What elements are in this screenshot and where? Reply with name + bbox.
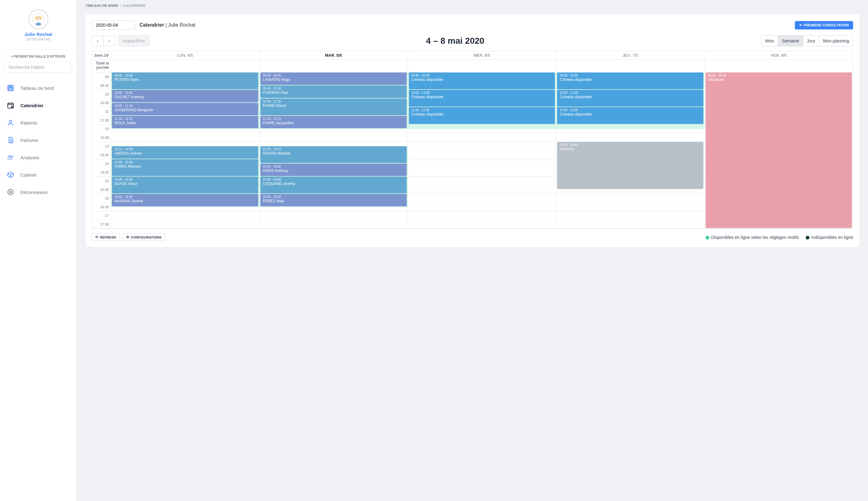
- waiting-room-button[interactable]: + PATIENT EN SALLE D'ATTENTE: [0, 54, 76, 58]
- event-title: GACHET Anthony: [114, 95, 256, 100]
- calendar-event[interactable]: 00:00 - 00:00Vacances: [706, 73, 852, 228]
- calendar-event[interactable]: 15:00 - 16:00SAADE Victor: [112, 177, 258, 193]
- view-semaine[interactable]: Semaine: [778, 36, 803, 46]
- breadcrumb-dashboard[interactable]: TABLEAU DE BORD: [86, 4, 118, 8]
- nav-label: Calendrier: [20, 103, 43, 108]
- today-button[interactable]: Aujourd'hui: [118, 36, 149, 46]
- allday-cell[interactable]: [556, 60, 704, 72]
- day-header[interactable]: MAR. 5/5: [259, 51, 407, 60]
- time-label: 10: [92, 90, 111, 98]
- event-time: 14:00 - 15:00: [114, 160, 256, 164]
- time-label: 14:30: [92, 168, 111, 177]
- day-column[interactable]: 09:00 - 09:45LANVERS Hugo09:45 - 10:30PO…: [259, 73, 407, 229]
- day-column[interactable]: 09:00 - 10:00Créneau disponible10:00 - 1…: [556, 73, 704, 229]
- calendar-event[interactable]: 09:00 - 10:00Créneau disponible: [409, 73, 555, 89]
- calendar-event[interactable]: 10:00 - 11:00Créneau disponible: [557, 90, 703, 107]
- nav-item-logout[interactable]: Déconnexion: [0, 183, 76, 201]
- time-label: 16: [92, 194, 111, 203]
- refresh-button[interactable]: ⟳ REFRESH: [92, 233, 120, 241]
- breadcrumb-current: CALENDRIER: [123, 4, 145, 8]
- prev-button[interactable]: ‹: [92, 36, 104, 46]
- view-mois[interactable]: Mois: [761, 36, 778, 46]
- calendar-event[interactable]: 10:00 - 11:00Créneau disponible: [409, 90, 555, 107]
- first-consultation-button[interactable]: ✕ PREMIÈRE CONSULTATION: [795, 21, 853, 30]
- avatar[interactable]: [29, 9, 49, 29]
- event-title: Créneau disponible: [411, 95, 553, 100]
- legend-online: Disponibles en ligne selon les réglages …: [706, 235, 799, 240]
- refresh-icon: ⟳: [95, 235, 98, 239]
- view-jour[interactable]: Jour: [803, 36, 819, 46]
- calendar-event[interactable]: 16:00 - 16:45MARSAN Justine: [112, 194, 258, 206]
- time-label: 11:30: [92, 116, 111, 125]
- search-input[interactable]: [5, 62, 72, 73]
- day-header[interactable]: VEN. 8/5: [704, 51, 853, 60]
- calendar-event[interactable]: 14:15 - 15:00GROS Anthony: [261, 163, 407, 176]
- dashboard-icon: [6, 84, 15, 92]
- nav-item-box[interactable]: Cabinet: [0, 166, 76, 183]
- calendar-event[interactable]: 14:00 - 15:00FAWAZ Marwan: [112, 159, 258, 176]
- day-header[interactable]: LUN. 4/5: [111, 51, 259, 60]
- calendar-event[interactable]: 09:45 - 10:30POIDRAS Paul: [261, 86, 407, 98]
- calendar-event[interactable]: 11:30 - 12:15FAVRE Jacqueline: [261, 116, 407, 128]
- calendar-event[interactable]: 13:15 - 14:15HOURS Melanie: [261, 146, 407, 163]
- event-time: 13:00 - 15:45: [560, 143, 701, 147]
- allday-cell[interactable]: [259, 60, 407, 72]
- time-label: 16:30: [92, 203, 111, 211]
- event-time: 15:00 - 16:00: [263, 178, 404, 182]
- event-time: 11:30 - 12:15: [114, 117, 256, 121]
- configurations-button[interactable]: ⚙ CONFIGURATIONS: [123, 233, 165, 241]
- event-title: POIDRAS Paul: [263, 90, 404, 95]
- calendar-event[interactable]: 10:00 - 10:45GACHET Anthony: [112, 90, 258, 102]
- nav-item-dashboard[interactable]: Tableau de bord: [0, 79, 76, 97]
- allday-cell[interactable]: [704, 60, 853, 72]
- gear-icon: ⚙: [126, 235, 129, 239]
- close-icon: ✕: [799, 23, 802, 27]
- content-card: Calendrier | Julie Rochat ✕ PREMIÈRE CON…: [86, 14, 859, 247]
- calendar-icon: [6, 101, 15, 110]
- calendar-event[interactable]: 10:30 - 11:30FAVRE Simon: [261, 98, 407, 115]
- calendar-event[interactable]: 09:00 - 10:00PETERS Nans: [112, 73, 258, 89]
- event-title: GROS Anthony: [263, 169, 404, 173]
- calendar-event[interactable]: 11:00 - 12:00Créneau disponible: [557, 107, 703, 124]
- event-time: 10:00 - 11:00: [411, 91, 553, 95]
- event-title: COQUAND Jeremy: [263, 182, 404, 186]
- event-time: 09:00 - 09:45: [263, 73, 404, 77]
- allday-cell[interactable]: [407, 60, 556, 72]
- calendar-event[interactable]: 16:00 - 16:45PEREZ Malo: [261, 194, 407, 206]
- view-mon-planning[interactable]: Mon planning: [819, 36, 853, 46]
- time-gutter: 0909:301010:301111:301212:301313:301414:…: [92, 73, 111, 229]
- calendar-event[interactable]: 11:00 - 12:00Créneau disponible: [409, 107, 555, 124]
- time-label: 14: [92, 159, 111, 168]
- calendar-event[interactable]: 13:00 - 15:45Absence: [557, 142, 703, 189]
- event-time: 11:00 - 12:00: [411, 108, 553, 112]
- day-header[interactable]: MER. 6/5: [407, 51, 556, 60]
- breadcrumb: TABLEAU DE BORD / CALENDRIER: [77, 0, 868, 11]
- nav-item-user[interactable]: Patients: [0, 114, 76, 131]
- page-title: Calendrier | Julie Rochat: [139, 22, 195, 28]
- calendar-event[interactable]: 15:00 - 16:00COQUAND Jeremy: [261, 177, 407, 193]
- nav-item-calendar[interactable]: Calendrier: [0, 97, 76, 114]
- calendar-event[interactable]: 09:00 - 10:00Créneau disponible: [557, 73, 703, 89]
- calendar-event[interactable]: 13:15 - 14:00ABDOUL Ashvar: [112, 146, 258, 159]
- allday-cell[interactable]: [111, 60, 259, 72]
- event-time: 09:45 - 10:30: [263, 86, 404, 90]
- time-label: 15: [92, 177, 111, 185]
- calendar-event[interactable]: 10:45 - 11:30JASSERAND Benjamin: [112, 103, 258, 115]
- day-header[interactable]: JEU. 7/5: [556, 51, 704, 60]
- day-column[interactable]: 09:00 - 10:00Créneau disponible10:00 - 1…: [407, 73, 556, 229]
- svg-rect-5: [9, 86, 10, 88]
- day-column[interactable]: 00:00 - 00:00Vacances: [704, 73, 853, 229]
- event-title: Créneau disponible: [411, 112, 553, 117]
- event-time: 09:00 - 10:00: [560, 73, 701, 77]
- nav-item-chart[interactable]: Analyses: [0, 149, 76, 166]
- calendar-event[interactable]: 11:30 - 12:15ROUX Julien: [112, 116, 258, 128]
- calendar-event[interactable]: 09:00 - 09:45LANVERS Hugo: [261, 73, 407, 85]
- next-button[interactable]: ›: [104, 36, 115, 46]
- user-icon: [6, 118, 15, 127]
- event-title: Absence: [560, 147, 701, 152]
- nav-label: Tableau de bord: [20, 86, 54, 91]
- day-column[interactable]: 09:00 - 10:00PETERS Nans10:00 - 10:45GAC…: [111, 73, 259, 229]
- plus-icon: +: [11, 54, 13, 58]
- date-input[interactable]: [92, 20, 135, 30]
- nav-item-file[interactable]: Factures: [0, 131, 76, 149]
